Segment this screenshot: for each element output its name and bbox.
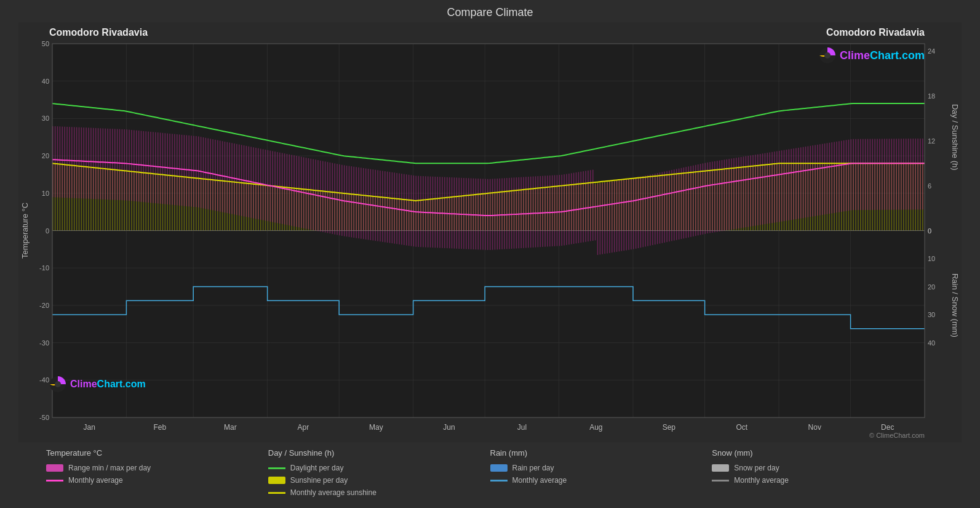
legend-item-daylight: Daylight per day	[268, 464, 490, 472]
legend-label-daylight: Daylight per day	[290, 464, 344, 472]
legend-swatch-snow	[712, 464, 729, 472]
legend-item-rain-avg: Monthly average	[490, 476, 712, 485]
legend-item-snow-avg: Monthly average	[712, 476, 934, 485]
legend-swatch-temp-range	[46, 464, 63, 472]
legend-line-temp-avg	[46, 480, 63, 482]
legend-line-daylight	[268, 467, 285, 469]
svg-point-3	[55, 381, 61, 387]
logo-icon-bottom	[49, 376, 66, 393]
copyright: © ClimeChart.com	[869, 432, 925, 439]
legend-col-rain: Rain (mm) Rain per day Monthly average	[490, 448, 712, 497]
legend-line-rain-avg	[490, 480, 508, 482]
legend-swatch-sunshine	[268, 477, 285, 484]
logo-clime-top: Clime	[840, 49, 870, 62]
legend-col-sunshine: Day / Sunshine (h) Daylight per day Suns…	[268, 448, 490, 497]
legend-item-temp-range: Range min / max per day	[46, 464, 268, 472]
chart-area: Comodoro Rivadavia Comodoro Rivadavia Cl…	[18, 22, 962, 442]
legend-item-sunshine: Sunshine per day	[268, 476, 490, 485]
logo-icon-top	[819, 47, 836, 64]
legend-col-snow: Snow (mm) Snow per day Monthly average	[712, 448, 934, 497]
page-container: Compare Climate Comodoro Rivadavia Comod…	[0, 0, 980, 508]
legend-label-rain-avg: Monthly average	[512, 476, 567, 485]
legend-item-rain: Rain per day	[490, 464, 712, 472]
city-label-right: Comodoro Rivadavia	[826, 27, 925, 38]
legend-line-snow-avg	[712, 480, 729, 482]
logo-clime-bottom: Clime	[70, 379, 97, 389]
legend-title-rain: Rain (mm)	[490, 448, 712, 458]
legend-item-temp-avg: Monthly average	[46, 476, 268, 485]
legend-area: Temperature °C Range min / max per day M…	[12, 443, 968, 502]
legend-label-rain: Rain per day	[512, 464, 554, 472]
legend-swatch-rain	[490, 464, 508, 472]
logo-text-top: ClimeChart.com	[840, 49, 925, 62]
legend-col-temperature: Temperature °C Range min / max per day M…	[46, 448, 268, 497]
legend-item-snow: Snow per day	[712, 464, 934, 472]
legend-label-snow: Snow per day	[734, 464, 779, 472]
legend-label-temp-avg: Monthly average	[68, 476, 123, 485]
page-title: Compare Climate	[12, 6, 968, 19]
legend-label-snow-avg: Monthly average	[734, 476, 789, 485]
city-label-left: Comodoro Rivadavia	[49, 27, 148, 38]
logo-top-right: ClimeChart.com	[819, 47, 925, 64]
legend-label-sunshine-avg: Monthly average sunshine	[290, 488, 376, 497]
legend-title-temp: Temperature °C	[46, 448, 268, 458]
legend-title-snow: Snow (mm)	[712, 448, 934, 458]
logo-bottom-left: ClimeChart.com	[49, 376, 146, 393]
legend-title-sun: Day / Sunshine (h)	[268, 448, 490, 458]
main-chart	[18, 22, 962, 442]
legend-line-sunshine-avg	[268, 492, 285, 494]
logo-chart-bottom: Chart.com	[97, 379, 146, 389]
legend-label-sunshine: Sunshine per day	[290, 476, 348, 485]
logo-text-bottom: ClimeChart.com	[70, 379, 146, 390]
legend-item-sunshine-avg: Monthly average sunshine	[268, 488, 490, 497]
legend-label-temp-range: Range min / max per day	[68, 464, 151, 472]
logo-chart-top: Chart.com	[870, 49, 925, 62]
svg-point-1	[824, 52, 831, 58]
